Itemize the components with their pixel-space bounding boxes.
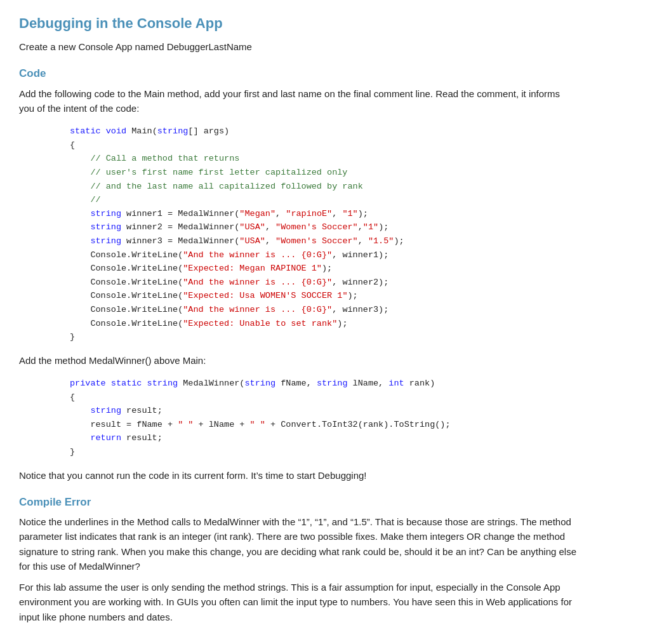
page-title: Debugging in the Console App xyxy=(19,13,631,34)
code-block-main: static void Main(string[] args) { // Cal… xyxy=(70,124,631,344)
code-block-medalwinner: private static string MedalWinner(string… xyxy=(70,377,631,459)
add-method-text: Add the method MedalWinner() above Main: xyxy=(19,353,578,368)
compile-error-para2: For this lab assume the user is only sen… xyxy=(19,580,578,624)
subtitle: Create a new Console App named DebuggerL… xyxy=(19,39,578,54)
section-heading-compile-error: Compile Error xyxy=(19,494,631,511)
code-intro: Add the following code to the Main metho… xyxy=(19,86,578,116)
debugging-notice: Notice that you cannot run the code in i… xyxy=(19,468,578,483)
section-heading-code: Code xyxy=(19,65,631,82)
compile-error-para1: Notice the underlines in the Method call… xyxy=(19,514,578,574)
